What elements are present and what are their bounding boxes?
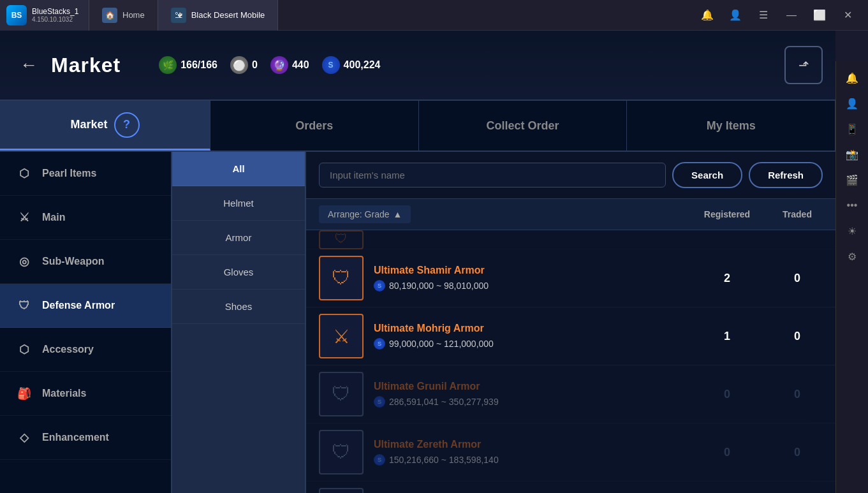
subcat-all[interactable]: All [172, 152, 305, 186]
price-value: 150,216,660 ~ 183,598,140 [389, 455, 499, 465]
tab-market-label: Market [70, 118, 107, 131]
table-row[interactable]: ⚔ Ultimate Mohrig Armor S 99,000,000 ~ 1… [306, 307, 835, 365]
tab-my-items-label: My Items [707, 119, 756, 133]
exit-button[interactable]: ⬏ [784, 46, 823, 84]
search-input-wrap[interactable] [319, 163, 666, 188]
pearl-currency: ⚪ 0 [230, 56, 258, 74]
energy-icon: 🌿 [159, 56, 177, 74]
sidebar-settings-icon[interactable]: ⚙ [841, 245, 864, 268]
item-traded: 0 [772, 272, 823, 285]
bs-logo-icon: BS [6, 5, 27, 26]
notifications-icon[interactable]: 🔔 [697, 5, 717, 26]
exit-icon: ⬏ [798, 57, 809, 73]
pearl-items-label: Pearl Items [42, 168, 96, 179]
sidebar-photo-icon[interactable]: 📸 [841, 143, 864, 166]
account-icon[interactable]: 👤 [725, 5, 746, 26]
item-thumbnail: ⚔ [319, 314, 364, 358]
price-icon: S [374, 396, 385, 408]
item-price: S 99,000,000 ~ 121,000,000 [374, 338, 695, 350]
subcat-all-label: All [232, 163, 244, 174]
item-info: Ultimate Shamir Armor S 80,190,000 ~ 98,… [374, 265, 695, 291]
table-row[interactable]: 🛡 Ultimate Zereth Armor S 150,216,660 ~ … [306, 423, 835, 482]
subcat-gloves[interactable]: Gloves [172, 255, 305, 290]
category-main[interactable]: ⚔ Main [0, 196, 171, 240]
tab-orders[interactable]: Orders [210, 101, 419, 151]
search-input[interactable] [330, 170, 655, 180]
sidebar-notifications-icon[interactable]: 🔔 [841, 66, 864, 89]
help-icon: ? [123, 118, 130, 131]
maximize-icon[interactable]: ⬜ [809, 5, 830, 26]
category-panel: ⬡ Pearl Items ⚔ Main ◎ Sub-Weapon 🛡 Defe… [0, 152, 172, 493]
arrange-button[interactable]: Arrange: Grade ▲ [319, 205, 411, 223]
pearl-icon: ⚪ [230, 56, 248, 74]
arrange-label: Arrange: Grade [328, 209, 390, 219]
bluestacks-logo: BS BlueStacks_1 4.150.10.1032 [0, 0, 89, 31]
category-accessory[interactable]: ⬡ Accessory [0, 328, 171, 372]
main-icon: ⚔ [15, 209, 33, 226]
category-enhancement[interactable]: ◇ Enhancement [0, 416, 171, 460]
price-icon: S [374, 454, 385, 466]
sidebar-account-icon[interactable]: 👤 [841, 92, 864, 115]
home-tab-icon: 🏠 [102, 8, 117, 23]
subcat-shoes[interactable]: Shoes [172, 290, 305, 324]
bs-logo-text: BlueStacks_1 [32, 7, 78, 16]
tab-game[interactable]: 🏜 Black Desert Mobile [158, 0, 279, 31]
back-button[interactable]: ← [13, 49, 45, 81]
sidebar-phone-icon[interactable]: 📱 [841, 117, 864, 140]
subcat-shoes-label: Shoes [225, 301, 253, 312]
subcat-armor-label: Armor [226, 232, 252, 243]
table-row[interactable]: 🛡 [306, 230, 835, 249]
item-registered: 0 [695, 388, 759, 401]
pearl-value: 0 [252, 59, 258, 71]
cash-value: 440 [292, 59, 309, 71]
back-arrow-icon: ← [20, 55, 38, 75]
item-info: Ultimate Zereth Armor S 150,216,660 ~ 18… [374, 439, 695, 466]
bs-version: 4.150.10.1032 [32, 16, 78, 23]
tab-home[interactable]: 🏠 Home [89, 0, 158, 31]
sidebar-brightness-icon[interactable]: ☀ [841, 219, 864, 242]
subcat-helmet-label: Helmet [223, 198, 254, 209]
cash-icon: 🔮 [270, 56, 288, 74]
tab-market[interactable]: Market ? [0, 101, 210, 151]
tab-collect-order[interactable]: Collect Order [419, 101, 628, 151]
silver-value: 400,224 [344, 59, 381, 71]
tab-my-items[interactable]: My Items [627, 101, 835, 151]
item-name: Ultimate Grunil Armor [374, 381, 695, 392]
table-row[interactable]: 🛡 Ultimate Shamir Armor S 80,190,000 ~ 9… [306, 249, 835, 307]
market-container: ← Market 🌿 166/166 ⚪ 0 🔮 440 S 400 [0, 31, 835, 493]
search-bar: Search Refresh [306, 152, 835, 199]
category-sub-weapon[interactable]: ◎ Sub-Weapon [0, 240, 171, 284]
category-materials[interactable]: 🎒 Materials [0, 372, 171, 416]
energy-currency: 🌿 166/166 [159, 56, 217, 74]
tab-orders-label: Orders [295, 119, 333, 133]
help-button[interactable]: ? [114, 112, 140, 138]
sidebar-video-icon[interactable]: 🎬 [841, 168, 864, 191]
close-icon[interactable]: ✕ [837, 5, 858, 26]
item-list: 🛡 🛡 Ultimate Shamir Armor S [306, 230, 835, 493]
subcat-helmet[interactable]: Helmet [172, 186, 305, 221]
item-list-panel: Search Refresh Arrange: Grade ▲ Register… [306, 152, 835, 493]
energy-value: 166/166 [180, 59, 217, 71]
category-defense-armor[interactable]: 🛡 Defense Armor [0, 284, 171, 328]
silver-currency: S 400,224 [322, 56, 381, 74]
subcat-gloves-label: Gloves [224, 267, 254, 277]
item-traded: 0 [772, 446, 823, 459]
table-row[interactable]: 🛡 Ultimate Taritas Armor S 0 0 [306, 482, 835, 493]
table-row[interactable]: 🛡 Ultimate Grunil Armor S 286,591,041 ~ … [306, 365, 835, 423]
item-info: Ultimate Grunil Armor S 286,591,041 ~ 35… [374, 381, 695, 408]
item-price: S 80,190,000 ~ 98,010,000 [374, 280, 695, 291]
sidebar-more-icon[interactable]: ••• [841, 194, 864, 217]
accessory-label: Accessory [42, 344, 94, 355]
defense-armor-label: Defense Armor [42, 300, 115, 311]
minimize-icon[interactable]: — [781, 5, 802, 26]
refresh-button[interactable]: Refresh [749, 162, 823, 188]
subcat-armor[interactable]: Armor [172, 221, 305, 255]
item-thumbnail: 🛡 [319, 488, 364, 493]
search-button[interactable]: Search [672, 162, 742, 188]
item-icon: 🛡 [320, 373, 362, 415]
menu-icon[interactable]: ☰ [753, 5, 774, 26]
item-icon: 🛡 [320, 489, 362, 493]
category-pearl-items[interactable]: ⬡ Pearl Items [0, 152, 171, 196]
right-sidebar: 🔔 👤 📱 📸 🎬 ••• ☀ ⚙ ← [835, 61, 868, 493]
cash-currency: 🔮 440 [270, 56, 309, 74]
